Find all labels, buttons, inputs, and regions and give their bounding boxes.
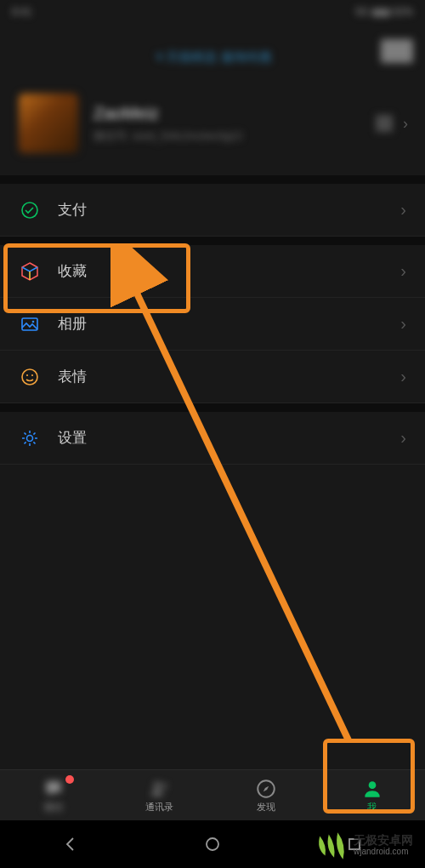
svg-point-2 — [32, 320, 35, 323]
tab-me[interactable]: 我 — [319, 770, 425, 820]
tab-label: 我 — [367, 801, 377, 814]
watermark-logo-icon — [314, 827, 350, 863]
compass-icon — [255, 778, 277, 800]
menu-item-settings[interactable]: 设置 › — [0, 412, 425, 465]
menu-item-emoji[interactable]: 表情 › — [0, 351, 425, 403]
person-icon — [361, 778, 383, 800]
menu-label: 收藏 — [58, 261, 400, 281]
svg-point-5 — [31, 374, 33, 375]
tab-chat[interactable]: 微信 — [0, 770, 106, 820]
smile-icon — [19, 366, 41, 388]
profile-row[interactable]: ZaoMeiz 微信号: wxid_5r8c2mztec0g22 › — [0, 75, 425, 175]
watermark-title: 无极安卓网 — [354, 834, 413, 847]
chat-icon — [42, 778, 65, 800]
menu-label: 支付 — [58, 200, 400, 220]
chevron-right-icon: › — [400, 200, 406, 220]
svg-rect-1 — [22, 318, 37, 330]
status-time: 8:41 — [12, 6, 31, 18]
chevron-right-icon: › — [400, 367, 406, 386]
svg-point-4 — [26, 374, 28, 375]
tab-discover[interactable]: 发现 — [212, 770, 319, 820]
menu-item-favorites[interactable]: 收藏 › — [0, 245, 425, 298]
svg-point-8 — [162, 784, 166, 788]
nav-back[interactable] — [60, 834, 81, 854]
watermark-url: wjandroid.com — [354, 847, 413, 856]
svg-point-6 — [27, 435, 33, 441]
photo-icon — [19, 313, 41, 335]
contacts-icon — [149, 778, 171, 800]
profile-text: ZaoMeiz 微信号: wxid_5r8c2mztec0g22 — [94, 104, 376, 144]
svg-point-11 — [207, 838, 218, 850]
tab-contacts[interactable]: 通讯录 — [106, 770, 212, 820]
banner-text: ￥天猫精选 服饰特惠 — [0, 24, 425, 66]
tab-label: 发现 — [257, 801, 275, 814]
banner: ￥天猫精选 服饰特惠 — [0, 24, 425, 75]
section-gap — [0, 237, 425, 245]
menu-item-album[interactable]: 相册 › — [0, 298, 425, 351]
avatar — [19, 94, 78, 153]
svg-point-7 — [154, 782, 160, 788]
unread-dot — [65, 775, 74, 784]
status-indicators: 5G ▮▮▮ 82% — [355, 6, 413, 18]
svg-point-10 — [368, 781, 376, 789]
tab-bar: 微信 通讯录 发现 我 — [0, 769, 425, 820]
section-gap — [0, 403, 425, 412]
gear-icon — [19, 427, 41, 449]
watermark-text: 无极安卓网 wjandroid.com — [354, 834, 413, 856]
menu-label: 表情 — [58, 367, 400, 386]
pay-icon — [19, 199, 41, 221]
menu-label: 相册 — [58, 314, 400, 334]
section-gap — [0, 175, 425, 184]
chevron-right-icon: › — [400, 314, 406, 334]
menu-item-pay[interactable]: 支付 › — [0, 184, 425, 237]
qr-icon — [376, 115, 393, 132]
chevron-right-icon: › — [400, 428, 406, 448]
nav-home[interactable] — [202, 834, 223, 854]
profile-id: 微信号: wxid_5r8c2mztec0g22 — [94, 128, 376, 144]
menu-label: 设置 — [58, 428, 400, 448]
chevron-right-icon: › — [403, 115, 408, 133]
chevron-right-icon: › — [400, 261, 406, 281]
svg-point-3 — [22, 369, 37, 385]
watermark: 无极安卓网 wjandroid.com — [311, 822, 416, 868]
cube-icon — [19, 260, 41, 283]
tab-label: 通讯录 — [145, 801, 173, 814]
status-bar: 8:41 5G ▮▮▮ 82% — [0, 0, 425, 24]
profile-name: ZaoMeiz — [94, 104, 376, 123]
tab-label: 微信 — [44, 801, 63, 814]
